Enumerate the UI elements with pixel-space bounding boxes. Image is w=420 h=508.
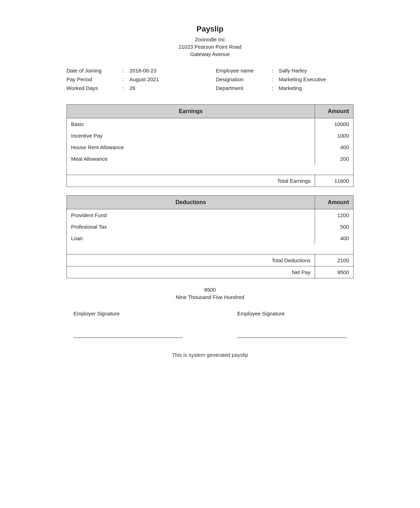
incentive-pay-amount: 1000 xyxy=(315,130,354,141)
earnings-section: Earnings Amount Basic 10000 Incentive Pa… xyxy=(66,104,354,187)
pay-period-row: Pay Period : August 2021 xyxy=(66,76,204,82)
date-of-joining-value: 2018-06-23 xyxy=(130,68,156,74)
employer-signature-block: Employer Signature xyxy=(74,311,183,338)
amount-words-section: 9500 Nine Thousand Five Hundred xyxy=(66,287,354,300)
total-deductions-label: Total Deductions xyxy=(67,255,315,266)
employer-signature-label: Employer Signature xyxy=(74,311,183,316)
earnings-table: Earnings Amount Basic 10000 Incentive Pa… xyxy=(66,104,354,187)
provident-fund-label: Provident Fund xyxy=(67,209,315,221)
earnings-header: Earnings xyxy=(67,105,315,118)
total-deductions-amount: 2100 xyxy=(315,255,354,266)
employee-signature-block: Employee Signature xyxy=(237,311,346,338)
company-name: Zoonodle Inc xyxy=(66,36,354,42)
loan-label: Loan xyxy=(67,232,315,244)
table-row: Profesional Tax 500 xyxy=(67,221,354,232)
pay-period-label: Pay Period xyxy=(66,76,122,82)
earnings-amount-header: Amount xyxy=(315,105,354,118)
amount-words-text: Nine Thousand Five Hundred xyxy=(66,294,354,300)
professional-tax-amount: 500 xyxy=(315,221,354,232)
info-section: Date of Joining : 2018-06-23 Pay Period … xyxy=(66,68,354,94)
payslip-header: Payslip Zoonodle Inc 21023 Pearson Point… xyxy=(66,25,354,57)
spacer-row xyxy=(67,244,354,255)
date-of-joining-colon: : xyxy=(122,68,130,74)
info-left: Date of Joining : 2018-06-23 Pay Period … xyxy=(66,68,204,94)
employee-name-value: Sally Harley xyxy=(279,68,307,74)
address-line2: Gateway Avenue xyxy=(66,51,354,57)
net-pay-label: Net Pay xyxy=(67,266,315,278)
table-row: Meal Allowance 200 xyxy=(67,153,354,165)
date-of-joining-label: Date of Joining xyxy=(66,68,122,74)
department-label: Department xyxy=(216,85,272,91)
pay-period-value: August 2021 xyxy=(130,76,159,82)
spacer-row xyxy=(67,165,354,175)
employee-name-label: Employee name xyxy=(216,68,272,74)
payslip-title: Payslip xyxy=(66,25,354,34)
info-right: Employee name : Sally Harley Designation… xyxy=(216,68,354,94)
meal-allowance-amount: 200 xyxy=(315,153,354,165)
total-earnings-label: Total Earnings xyxy=(67,175,315,187)
provident-fund-amount: 1200 xyxy=(315,209,354,221)
employee-signature-line xyxy=(237,337,346,338)
designation-colon: : xyxy=(272,76,279,82)
incentive-pay-label: Incentive Pay xyxy=(67,130,315,141)
department-row: Department : Marketing xyxy=(216,85,354,91)
table-row: House Rent Allowance 400 xyxy=(67,141,354,153)
pay-period-colon: : xyxy=(122,76,130,82)
total-deductions-row: Total Deductions 2100 xyxy=(67,255,354,266)
deductions-amount-header: Amount xyxy=(315,196,354,209)
employee-signature-label: Employee Signature xyxy=(237,311,346,316)
basic-amount: 10000 xyxy=(315,118,354,130)
total-earnings-amount: 11600 xyxy=(315,175,354,187)
worked-days-label: Worked Days xyxy=(66,85,122,91)
designation-value: Marketing Executive xyxy=(279,76,326,82)
table-row: Loan 400 xyxy=(67,232,354,244)
employee-name-row: Employee name : Sally Harley xyxy=(216,68,354,74)
basic-label: Basic xyxy=(67,118,315,130)
net-pay-amount: 9500 xyxy=(315,266,354,278)
deductions-table: Deductions Amount Provident Fund 1200 Pr… xyxy=(66,195,354,278)
net-pay-row: Net Pay 9500 xyxy=(67,266,354,278)
loan-amount: 400 xyxy=(315,232,354,244)
address-line1: 21023 Pearson Point Road xyxy=(66,44,354,50)
footer-text: This is system generated payslip xyxy=(66,352,354,358)
table-row: Basic 10000 xyxy=(67,118,354,130)
table-row: Provident Fund 1200 xyxy=(67,209,354,221)
worked-days-row: Worked Days : 26 xyxy=(66,85,204,91)
table-row: Incentive Pay 1000 xyxy=(67,130,354,141)
designation-row: Designation : Marketing Executive xyxy=(216,76,354,82)
deductions-section: Deductions Amount Provident Fund 1200 Pr… xyxy=(66,195,354,278)
signature-section: Employer Signature Employee Signature xyxy=(66,311,354,338)
worked-days-colon: : xyxy=(122,85,130,91)
total-earnings-row: Total Earnings 11600 xyxy=(67,175,354,187)
date-of-joining-row: Date of Joining : 2018-06-23 xyxy=(66,68,204,74)
hra-amount: 400 xyxy=(315,141,354,153)
meal-allowance-label: Meal Allowance xyxy=(67,153,315,165)
deductions-header: Deductions xyxy=(67,196,315,209)
hra-label: House Rent Allowance xyxy=(67,141,315,153)
department-value: Marketing xyxy=(279,85,302,91)
professional-tax-label: Profesional Tax xyxy=(67,221,315,232)
footer: This is system generated payslip xyxy=(66,352,354,358)
employee-name-colon: : xyxy=(272,68,279,74)
department-colon: : xyxy=(272,85,279,91)
designation-label: Designation xyxy=(216,76,272,82)
amount-numeric: 9500 xyxy=(66,287,354,293)
employer-signature-line xyxy=(74,337,183,338)
worked-days-value: 26 xyxy=(130,85,135,91)
